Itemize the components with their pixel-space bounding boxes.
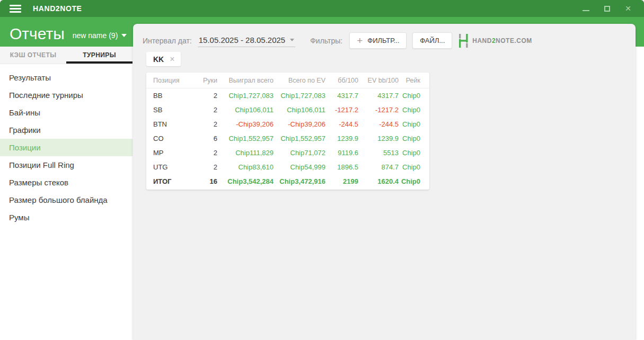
cell-ev: Chip54,999 xyxy=(274,163,325,171)
cell-position: ИТОГ xyxy=(146,177,195,185)
cell-hands: 2 xyxy=(195,106,217,114)
cell-position: BB xyxy=(146,92,195,100)
cell-position: BTN xyxy=(146,120,195,128)
cell-position: MP xyxy=(146,149,195,157)
table-row[interactable]: MP2Chip111,829Chip71,0729119.65513Chip0 xyxy=(146,146,429,160)
cell-bb: 9119.6 xyxy=(325,149,358,157)
cell-position: SB xyxy=(146,106,195,114)
cell-evbb: -244.5 xyxy=(358,120,399,128)
cell-bb: -1217.2 xyxy=(325,106,358,114)
report-selector-dropdown[interactable]: new name (9) xyxy=(73,31,127,42)
cell-position: CO xyxy=(146,135,195,142)
minimize-button[interactable] xyxy=(581,4,590,13)
cell-ev: -Chip39,206 xyxy=(274,120,325,128)
app-window: HAND2NOTE × Отчеты new name (9) КЭШ ОТЧЕ… xyxy=(0,0,644,340)
column-header-evbb[interactable]: EV bb/100 xyxy=(358,77,399,84)
cell-hands: 2 xyxy=(195,163,217,171)
add-filter-button[interactable]: + ФИЛЬТР... xyxy=(349,32,407,49)
cell-bb: -244.5 xyxy=(325,120,358,128)
cell-evbb: 5513 xyxy=(358,149,399,157)
chevron-down-icon xyxy=(290,39,294,41)
column-header-pos[interactable]: Позиция xyxy=(146,77,195,84)
table-row[interactable]: ИТОГ16Chip3,542,284Chip3,472,91621991620… xyxy=(146,174,429,189)
cell-evbb: 1620.4 xyxy=(358,177,399,185)
column-header-rake[interactable]: Рейк xyxy=(399,77,428,84)
positions-table: ПозицияРукиВыиграл всегоВсего по EVбб/10… xyxy=(146,73,429,190)
cell-evbb: 1239.9 xyxy=(358,135,399,142)
cell-bb: 4317.7 xyxy=(325,92,358,100)
sidebar-item-positions[interactable]: Позиции xyxy=(0,139,133,156)
minimize-icon xyxy=(583,10,589,11)
table-row[interactable]: BB2Chip1,727,083Chip1,727,0834317.74317.… xyxy=(146,88,429,103)
sidebar-item-rooms[interactable]: Румы xyxy=(0,209,133,226)
cell-ev: Chip1,727,083 xyxy=(274,92,325,100)
filter-chip-label: KK xyxy=(153,55,164,64)
filter-chip-kk[interactable]: KK × xyxy=(146,52,181,66)
sidebar-item-positions-full-ring[interactable]: Позиции Full Ring xyxy=(0,156,133,174)
content-panel: Интервал дат: 15.05.2025 - 28.05.2025 Фи… xyxy=(133,24,636,340)
cell-rake: Chip0 xyxy=(399,163,428,171)
cell-position: UTG xyxy=(146,163,195,171)
cell-rake: Chip0 xyxy=(399,120,428,128)
table-row[interactable]: UTG2Chip83,610Chip54,9991896.5874.7Chip0 xyxy=(146,160,429,174)
window-controls: × xyxy=(581,4,636,13)
sidebar-item-results[interactable]: Результаты xyxy=(0,69,133,86)
table-row[interactable]: BTN2-Chip39,206-Chip39,206-244.5-244.5Ch… xyxy=(146,117,429,131)
report-tabs: КЭШ ОТЧЕТЫТУРНИРЫ xyxy=(0,47,133,64)
hand2note-logo-icon xyxy=(459,34,468,48)
cell-hands: 2 xyxy=(195,92,217,100)
cell-bb: 1239.9 xyxy=(325,135,358,142)
cell-rake: Chip0 xyxy=(399,92,428,100)
date-range-value: 15.05.2025 - 28.05.2025 xyxy=(199,35,285,44)
table-row[interactable]: CO6Chip1,552,957Chip1,552,9571239.91239.… xyxy=(146,131,429,146)
brand: HAND2NOTE.COM xyxy=(459,34,532,48)
cell-ev: Chip1,552,957 xyxy=(274,135,325,142)
cell-ev: Chip106,011 xyxy=(274,106,325,114)
sidebar-item-graphs[interactable]: Графики xyxy=(0,121,133,139)
tab-cash[interactable]: КЭШ ОТЧЕТЫ xyxy=(0,47,66,64)
cell-rake: Chip0 xyxy=(399,149,428,157)
close-button[interactable]: × xyxy=(624,4,632,13)
cell-evbb: 4317.7 xyxy=(358,92,399,100)
maximize-button[interactable] xyxy=(603,4,611,13)
sidebar-item-recent-tournaments[interactable]: Последние турниры xyxy=(0,86,133,104)
sidebar: КЭШ ОТЧЕТЫТУРНИРЫ РезультатыПоследние ту… xyxy=(0,47,133,340)
cell-hands: 2 xyxy=(195,120,217,128)
cell-won: Chip106,011 xyxy=(217,106,274,114)
cell-won: -Chip39,206 xyxy=(217,120,274,128)
report-selector-label: new name (9) xyxy=(73,31,118,40)
chevron-down-icon xyxy=(121,34,127,37)
date-range-picker[interactable]: 15.05.2025 - 28.05.2025 xyxy=(198,34,295,47)
table-body: BB2Chip1,727,083Chip1,727,0834317.74317.… xyxy=(146,88,429,189)
plus-icon: + xyxy=(357,35,363,46)
cell-ev: Chip71,072 xyxy=(274,149,325,157)
file-button[interactable]: ФАЙЛ... xyxy=(412,32,452,49)
sidebar-item-big-blind-size[interactable]: Размер большого блайнда xyxy=(0,191,133,209)
cell-won: Chip1,727,083 xyxy=(217,92,274,100)
table-row[interactable]: SB2Chip106,011Chip106,011-1217.2-1217.2C… xyxy=(146,103,429,117)
close-icon: × xyxy=(625,4,631,13)
filters-label: Фильтры: xyxy=(310,37,342,45)
cell-evbb: 874.7 xyxy=(358,163,399,171)
sidebar-item-buyins[interactable]: Бай-ины xyxy=(0,104,133,121)
column-header-ev[interactable]: Всего по EV xyxy=(274,77,325,84)
table-header-row: ПозицияРукиВыиграл всегоВсего по EVбб/10… xyxy=(146,73,429,88)
column-header-won[interactable]: Выиграл всего xyxy=(217,77,274,84)
chip-close-icon[interactable]: × xyxy=(170,55,174,64)
file-button-label: ФАЙЛ... xyxy=(420,37,445,44)
cell-evbb: -1217.2 xyxy=(358,106,399,114)
page-title: Отчеты xyxy=(10,26,65,42)
cell-rake: Chip0 xyxy=(399,177,428,185)
sidebar-item-stack-sizes[interactable]: Размеры стеков xyxy=(0,174,133,191)
cell-bb: 2199 xyxy=(325,177,358,185)
cell-ev: Chip3,472,916 xyxy=(274,177,325,185)
tab-tournaments[interactable]: ТУРНИРЫ xyxy=(66,47,133,64)
cell-rake: Chip0 xyxy=(399,135,428,142)
hamburger-menu-icon[interactable] xyxy=(10,5,21,13)
app-title: HAND2NOTE xyxy=(33,4,82,13)
column-header-bb[interactable]: бб/100 xyxy=(325,77,358,84)
cell-rake: Chip0 xyxy=(399,106,428,114)
column-header-hands[interactable]: Руки xyxy=(195,77,217,84)
cell-won: Chip3,542,284 xyxy=(217,177,274,185)
sidebar-menu: РезультатыПоследние турнирыБай-иныГрафик… xyxy=(0,64,133,226)
